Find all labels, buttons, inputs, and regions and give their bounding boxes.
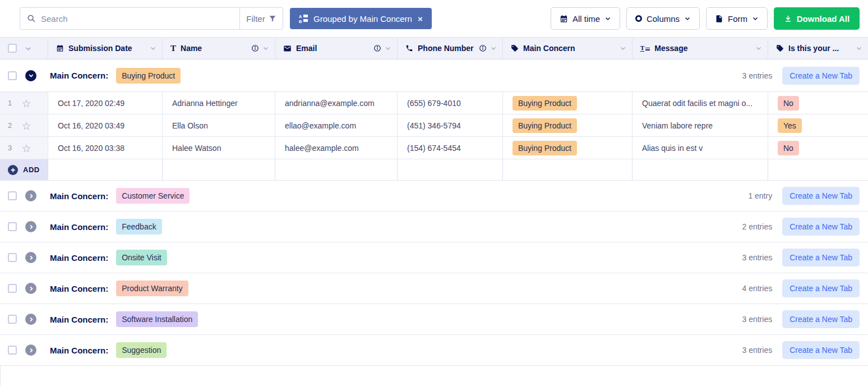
form-document-icon — [715, 15, 723, 23]
column-header-email[interactable]: Email — [275, 38, 398, 59]
form-button[interactable]: Form — [706, 7, 768, 30]
download-all-button[interactable]: Download All — [774, 7, 860, 30]
expand-group-button[interactable] — [25, 221, 36, 232]
calendar-icon — [56, 44, 64, 52]
cell-phone[interactable]: (655) 679-4010 — [398, 92, 503, 114]
group-value-badge[interactable]: Suggestion — [116, 342, 167, 358]
cell-main-concern[interactable]: Buying Product — [503, 137, 632, 159]
expand-group-button[interactable] — [25, 252, 36, 263]
info-icon[interactable] — [373, 44, 381, 52]
cell-is-this-your[interactable]: No — [768, 92, 868, 114]
column-label: Main Concern — [523, 44, 575, 53]
add-row-button[interactable]: + ADD — [0, 159, 48, 180]
search-input[interactable] — [41, 14, 233, 24]
create-new-tab-button[interactable]: Create a New Tab — [782, 67, 860, 85]
column-header-message[interactable]: T Message — [632, 38, 768, 59]
chevron-down-icon[interactable] — [620, 45, 626, 52]
group-value-badge[interactable]: Buying Product — [116, 68, 181, 84]
column-header-name[interactable]: T Name — [163, 38, 275, 59]
filter-button[interactable]: Filter — [240, 7, 283, 30]
close-icon[interactable]: × — [418, 14, 423, 24]
column-header-submission-date[interactable]: Submission Date — [48, 38, 163, 59]
star-icon[interactable] — [21, 98, 31, 108]
cell-phone[interactable]: (451) 346-5794 — [398, 114, 503, 136]
select-all-checkbox[interactable] — [8, 44, 17, 53]
star-icon[interactable] — [21, 121, 31, 131]
expand-group-button[interactable] — [25, 314, 36, 325]
column-header-phone[interactable]: Phone Number — [398, 38, 503, 59]
group-value-badge[interactable]: Onsite Visit — [116, 250, 167, 265]
search-icon — [27, 14, 36, 23]
star-icon[interactable] — [21, 143, 31, 153]
cell-email[interactable]: halee@example.com — [275, 137, 398, 159]
group-value-badge[interactable]: Customer Service — [116, 188, 190, 204]
chevron-down-icon[interactable] — [490, 45, 497, 52]
create-new-tab-button[interactable]: Create a New Tab — [782, 187, 860, 205]
group-checkbox[interactable] — [8, 315, 17, 324]
all-time-button[interactable]: All time — [551, 7, 620, 30]
empty-cell — [503, 159, 632, 180]
create-new-tab-button[interactable]: Create a New Tab — [782, 341, 860, 359]
cell-phone[interactable]: (154) 674-5454 — [398, 137, 503, 159]
svg-text:B: B — [299, 19, 302, 24]
create-new-tab-button[interactable]: Create a New Tab — [782, 310, 860, 328]
cell-main-concern[interactable]: Buying Product — [503, 92, 632, 114]
group-value-badge[interactable]: Product Warranty — [116, 281, 188, 296]
grouped-by-chip[interactable]: A B Grouped by Main Concern × — [290, 8, 432, 29]
table-row: 1 Oct 17, 2020 02:49 Adrianna Hettinger … — [0, 92, 868, 114]
group-checkbox[interactable] — [8, 71, 17, 80]
empty-cell — [768, 159, 868, 180]
cell-submission-date[interactable]: Oct 16, 2020 03:49 — [48, 114, 163, 136]
group-checkbox[interactable] — [8, 222, 17, 231]
all-time-label: All time — [572, 14, 600, 24]
expand-group-button[interactable] — [25, 190, 36, 201]
group-value-badge[interactable]: Feedback — [116, 219, 161, 235]
cell-name[interactable]: Ella Olson — [163, 114, 275, 136]
group-checkbox[interactable] — [8, 253, 17, 262]
cell-name[interactable]: Adrianna Hettinger — [163, 92, 275, 114]
concern-badge: Buying Product — [513, 96, 577, 111]
row-number: 2 — [8, 121, 13, 130]
columns-button[interactable]: Columns — [626, 7, 700, 30]
expand-group-button[interactable] — [25, 283, 36, 294]
group-checkbox[interactable] — [8, 191, 17, 200]
info-icon[interactable] — [479, 44, 487, 52]
cell-name[interactable]: Halee Watson — [163, 137, 275, 159]
chevron-down-icon[interactable] — [262, 45, 269, 52]
concern-badge: Buying Product — [513, 141, 577, 155]
phone-icon — [405, 44, 413, 52]
cell-message[interactable]: Veniam labore repre — [632, 114, 768, 136]
chevron-down-icon[interactable] — [385, 45, 391, 52]
create-new-tab-button[interactable]: Create a New Tab — [782, 279, 860, 297]
cell-message[interactable]: Quaerat odit facilis et magni o... — [632, 92, 768, 114]
cell-submission-date[interactable]: Oct 16, 2020 03:38 — [48, 137, 163, 159]
chevron-down-icon[interactable] — [25, 45, 32, 52]
cell-email[interactable]: andrianna@example.com — [275, 92, 398, 114]
cell-email[interactable]: ellao@example.com — [275, 114, 398, 136]
column-header-main-concern[interactable]: Main Concern — [503, 38, 632, 59]
cell-main-concern[interactable]: Buying Product — [503, 114, 632, 136]
column-header-is-this-your[interactable]: Is this your ... — [768, 38, 868, 59]
cell-is-this-your[interactable]: Yes — [768, 114, 868, 136]
search-box[interactable] — [20, 7, 240, 30]
chevron-down-icon[interactable] — [856, 45, 862, 52]
group-value-badge[interactable]: Software Installation — [116, 311, 198, 327]
flag-badge: Yes — [778, 118, 802, 133]
group-checkbox[interactable] — [8, 346, 17, 355]
create-new-tab-button[interactable]: Create a New Tab — [782, 218, 860, 236]
chevron-down-icon[interactable] — [755, 45, 762, 52]
expand-group-button[interactable] — [25, 344, 36, 356]
concern-badge: Buying Product — [513, 118, 577, 133]
cell-submission-date[interactable]: Oct 17, 2020 02:49 — [48, 92, 163, 114]
info-icon[interactable] — [251, 44, 259, 52]
row-number: 1 — [8, 99, 13, 107]
cell-message[interactable]: Alias quis in est v — [632, 137, 768, 159]
cell-is-this-your[interactable]: No — [768, 137, 868, 159]
chevron-down-icon[interactable] — [150, 45, 156, 52]
group-checkbox[interactable] — [8, 284, 17, 293]
create-new-tab-button[interactable]: Create a New Tab — [782, 249, 860, 266]
empty-cell — [632, 159, 768, 180]
group-label: Main Concern: — [50, 315, 108, 324]
calendar-icon — [560, 15, 568, 23]
collapse-group-button[interactable] — [25, 70, 36, 81]
